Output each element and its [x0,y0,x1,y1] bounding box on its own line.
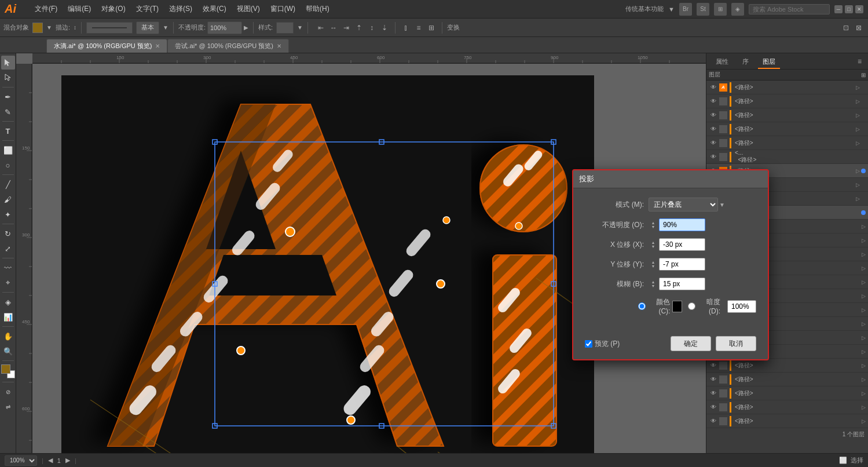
free-transform-tool[interactable]: ⌖ [1,276,15,290]
tab-2-close[interactable]: ✕ [277,43,281,49]
layer-expand-19[interactable]: ▷ [862,349,866,355]
tab-2[interactable]: 尝试.ai* @ 100% (RGB/GPU 预览) ✕ [167,39,288,53]
color-dialog-swatch[interactable] [672,301,682,312]
opacity-dialog-input[interactable] [659,218,705,231]
blur-spinner[interactable]: ▲ ▼ [649,278,658,290]
layer-vis-23[interactable]: 👁 [709,403,718,412]
bridge-icon[interactable]: Br [679,3,692,16]
layer-row-22[interactable]: 👁 <路径> ▷ [706,386,868,400]
layer-vis-4[interactable]: 👁 [709,138,718,148]
opacity-input[interactable] [207,21,242,34]
symbol-tool[interactable]: ◈ [1,295,15,309]
libraries-tab[interactable]: 序 [738,56,753,69]
darkness-input[interactable] [727,300,756,313]
layer-vis-1[interactable]: 👁 [709,97,718,106]
layer-row-3[interactable]: 👁 <路径> ▷ [706,122,868,136]
fill-none-btn[interactable]: ⊘ [1,385,15,399]
fill-color-swatch[interactable] [32,23,43,33]
warp-tool[interactable]: 〰 [1,261,15,275]
layer-row-21[interactable]: 👁 <路径> ▷ [706,373,868,386]
zoom-select[interactable]: 100% 50% 200% [5,455,37,466]
menu-view[interactable]: 视图(V) [232,2,265,16]
direct-select-tool[interactable] [1,71,15,85]
menu-text[interactable]: 文字(T) [131,2,163,16]
layer-expand-7[interactable]: ▷ [856,182,860,188]
dist-h-icon[interactable]: ⫿ [400,22,412,34]
align-top-icon[interactable]: ⇡ [353,22,365,34]
layer-expand-21[interactable]: ▷ [862,377,866,382]
menu-effect[interactable]: 效果(C) [198,2,231,16]
preview-checkbox[interactable] [585,340,592,348]
layer-expand-16[interactable]: ▷ [862,307,866,313]
menu-edit[interactable]: 编辑(E) [63,2,96,16]
layer-row-20[interactable]: 👁 <路径> ▷ [706,359,868,373]
blur-input[interactable] [659,278,705,290]
menu-select[interactable]: 选择(S) [164,2,197,16]
minimize-button[interactable]: ─ [834,5,843,13]
page-nav-next[interactable]: ▶ [65,457,70,464]
close-button[interactable]: ✕ [855,5,863,13]
foreground-color-swatch[interactable] [1,364,10,374]
brush-tool[interactable]: 🖌 [1,192,15,206]
layer-expand-0[interactable]: ▷ [856,85,860,90]
scale-tool[interactable]: ⤢ [1,242,15,256]
stroke-type-btn[interactable]: 基本 [136,21,159,34]
layer-vis-20[interactable]: 👁 [709,361,718,370]
mode-arrow[interactable]: ▼ [719,202,725,208]
fill-dropdown-arrow[interactable]: ▼ [46,24,52,31]
layer-expand-6[interactable]: ▷ [856,168,860,174]
layer-vis-3[interactable]: 👁 [709,125,718,134]
layer-expand-23[interactable]: ▷ [862,404,866,410]
zoom-tool[interactable]: 🔍 [1,344,15,358]
layer-vis-21[interactable]: 👁 [709,375,718,384]
layer-expand-18[interactable]: ▷ [862,335,866,341]
transform-icon-2[interactable]: ⊠ [853,22,865,34]
mode-dropdown-arrow[interactable]: ▼ [668,6,675,13]
layer-expand-3[interactable]: ▷ [856,126,860,132]
layer-expand-13[interactable]: ▷ [862,265,866,271]
x-offset-input[interactable] [659,238,705,251]
tab-1-close[interactable]: ✕ [155,43,160,49]
align-middle-icon[interactable]: ↕ [366,22,378,34]
stock-icon[interactable]: St [697,3,709,16]
line-tool[interactable]: ╱ [1,177,15,191]
style-arrow[interactable]: ▼ [297,24,303,31]
ellipse-tool[interactable]: ○ [1,158,15,172]
align-right-icon[interactable]: ⇥ [340,22,352,34]
align-bottom-icon[interactable]: ⇣ [379,22,390,34]
layer-expand-14[interactable]: ▷ [862,279,866,285]
artboard[interactable]: Ai [61,75,594,453]
layer-expand-1[interactable]: ▷ [856,98,860,104]
tab-1[interactable]: 水滴.ai* @ 100% (RGB/GPU 预览) ✕ [46,39,167,53]
page-nav-prev[interactable]: ◀ [48,457,53,464]
layer-row-5[interactable]: 👁 <... <路径> [706,150,868,164]
layer-expand-8[interactable]: ▷ [856,196,860,202]
layer-row-24[interactable]: 👁 <路径> ▷ [706,414,868,428]
layer-vis-22[interactable]: 👁 [709,389,718,398]
blob-brush-tool[interactable]: ✦ [1,207,15,221]
layers-tab[interactable]: 图层 [758,56,780,69]
x-spinner[interactable]: ▲ ▼ [649,238,658,251]
layer-row-2[interactable]: 👁 <路径> ▷ [706,108,868,122]
layer-expand-17[interactable]: ▷ [862,321,866,327]
layer-vis-0[interactable]: 👁 [709,83,718,92]
layer-expand-11[interactable]: ▷ [862,238,866,243]
maximize-button[interactable]: □ [845,5,853,13]
y-offset-input[interactable] [659,258,705,271]
search-input[interactable] [749,4,830,14]
pen-tool[interactable]: ✒ [1,90,15,104]
column-graph-tool[interactable]: 📊 [1,310,15,324]
stroke-type-arrow[interactable]: ▼ [163,24,169,31]
properties-tab[interactable]: 属性 [711,56,733,69]
layer-expand-12[interactable]: ▷ [862,251,866,257]
swap-colors-btn[interactable]: ⇌ [1,400,15,414]
select-tool[interactable] [1,56,15,70]
dist-v-icon[interactable]: ≡ [413,22,424,34]
text-tool[interactable]: T [1,124,15,138]
layer-vis-24[interactable]: 👁 [709,417,718,426]
transform-icon-1[interactable]: ⊡ [840,22,852,34]
mode-select[interactable]: 正片叠底 正常 滤色 叠加 [649,198,718,211]
dist-eq-icon[interactable]: ⊞ [426,22,437,34]
y-spinner[interactable]: ▲ ▼ [649,258,658,271]
style-swatch[interactable] [276,22,294,34]
